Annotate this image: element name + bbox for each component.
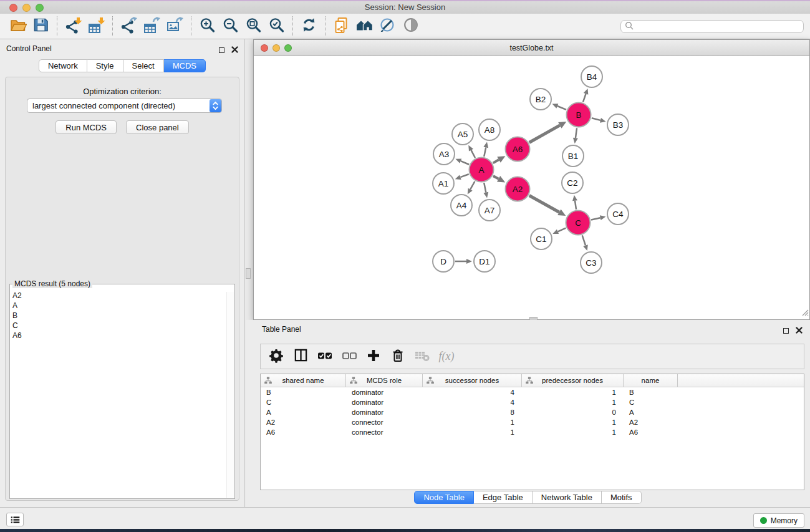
graph-node-D1[interactable]: D1 (474, 251, 495, 272)
cell-shared-name[interactable]: A2 (261, 418, 346, 426)
table-close-panel-icon[interactable] (796, 325, 803, 336)
cell-successor-nodes[interactable]: 4 (423, 389, 522, 396)
memory-button[interactable]: Memory (753, 513, 804, 528)
run-mcds-button[interactable]: Run MCDS (55, 120, 117, 134)
export-network-button[interactable] (117, 16, 140, 37)
tab-style[interactable]: Style (87, 59, 123, 72)
network-doc-button[interactable] (330, 16, 353, 37)
cell-name[interactable]: A2 (624, 418, 678, 426)
gear-button[interactable] (266, 347, 287, 367)
graph-node-A1[interactable]: A1 (433, 173, 454, 194)
export-table-button[interactable] (140, 16, 163, 37)
delete-button[interactable] (387, 347, 408, 367)
resize-grip-icon[interactable] (801, 307, 809, 319)
table-tab-network-table[interactable]: Network Table (533, 491, 602, 504)
task-history-button[interactable] (6, 513, 24, 526)
graph-node-A7[interactable]: A7 (479, 200, 500, 221)
mcds-result-item[interactable]: C (12, 321, 234, 331)
zoom-in-button[interactable] (196, 16, 219, 37)
graph-edge-B-B3[interactable] (592, 118, 606, 123)
cell-MCDS-role[interactable]: dominator (346, 409, 423, 416)
panel-splitter-handle[interactable] (246, 268, 251, 279)
graph-node-A8[interactable]: A8 (479, 119, 500, 140)
graph-node-B[interactable]: B (567, 103, 591, 127)
cell-shared-name[interactable]: C (261, 399, 346, 406)
graph-node-B1[interactable]: B1 (562, 145, 584, 167)
optimization-criterion-select[interactable]: largest connected component (directed) (27, 99, 222, 113)
column-header-predecessor-nodes[interactable]: predecessor nodes (522, 374, 624, 387)
open-folder-button[interactable] (6, 16, 29, 37)
table-row[interactable]: A2connector11A2 (261, 417, 804, 427)
mcds-result-item[interactable]: A (12, 301, 234, 311)
cell-MCDS-role[interactable]: dominator (346, 389, 423, 396)
zoom-fit-button[interactable] (242, 16, 265, 37)
fx-button[interactable]: f(x) (436, 347, 457, 367)
graph-edge-A-A8[interactable] (483, 142, 488, 157)
select-all-button[interactable] (314, 347, 335, 367)
mcds-result-item[interactable]: A2 (12, 291, 234, 301)
graph-node-A3[interactable]: A3 (433, 143, 455, 165)
import-table-button[interactable] (85, 16, 108, 37)
graph-edge-A-A1[interactable] (455, 174, 469, 180)
zoom-window-button[interactable] (36, 4, 44, 12)
column-header-name[interactable]: name (624, 374, 678, 387)
table-row[interactable]: Bdominator41B (261, 387, 804, 397)
graph-edge-B-B2[interactable] (552, 104, 567, 110)
export-image-button[interactable] (163, 16, 186, 37)
deselect-all-button[interactable] (339, 347, 360, 367)
graph-edge-C-C1[interactable] (552, 228, 566, 234)
network-minimize-button[interactable] (272, 44, 280, 52)
home-network-button[interactable] (353, 16, 376, 37)
mcds-result-item[interactable]: A6 (12, 331, 234, 341)
graph-edge-A2-C[interactable] (529, 195, 566, 216)
graph-node-B3[interactable]: B3 (607, 114, 629, 135)
cell-name[interactable]: C (624, 399, 678, 406)
graph-node-C1[interactable]: C1 (531, 228, 552, 249)
graph-node-B2[interactable]: B2 (530, 89, 551, 110)
import-network-button[interactable] (62, 16, 85, 37)
tab-mcds[interactable]: MCDS (164, 59, 206, 72)
graph-node-B4[interactable]: B4 (581, 66, 602, 87)
graph-node-C2[interactable]: C2 (562, 172, 583, 193)
graph-edge-C-C3[interactable] (582, 235, 588, 251)
close-panel-button[interactable]: Close panel (126, 120, 189, 134)
mcds-result-item[interactable]: B (12, 311, 234, 321)
network-window-titlebar[interactable]: testGlobe.txt (254, 40, 809, 56)
table-row[interactable]: Adominator80A (261, 407, 804, 417)
graph-node-C4[interactable]: C4 (607, 203, 629, 225)
cell-successor-nodes[interactable]: 1 (423, 418, 522, 426)
column-header-shared-name[interactable]: shared name (261, 374, 346, 387)
cell-name[interactable]: A (624, 409, 678, 416)
search-field[interactable] (620, 20, 804, 33)
graph-node-A4[interactable]: A4 (451, 195, 472, 216)
minimize-window-button[interactable] (22, 4, 31, 12)
graph-node-A5[interactable]: A5 (452, 123, 473, 145)
graph-node-A2[interactable]: A2 (506, 177, 530, 201)
refresh-button[interactable] (297, 16, 321, 37)
cell-predecessor-nodes[interactable]: 1 (522, 389, 624, 396)
graph-node-C3[interactable]: C3 (581, 252, 602, 273)
cell-shared-name[interactable]: B (261, 389, 346, 396)
column-header-successor-nodes[interactable]: successor nodes (423, 374, 522, 387)
cell-successor-nodes[interactable]: 1 (423, 428, 522, 436)
cell-predecessor-nodes[interactable]: 1 (522, 399, 624, 406)
graph-edge-A-A2[interactable] (493, 176, 505, 183)
cell-predecessor-nodes[interactable]: 1 (522, 428, 624, 436)
cell-MCDS-role[interactable]: connector (346, 418, 423, 426)
graph-edge-D-D1[interactable] (455, 259, 472, 264)
cell-shared-name[interactable]: A6 (261, 428, 346, 436)
search-input[interactable] (634, 22, 799, 31)
tab-select[interactable]: Select (123, 59, 164, 72)
graph-node-A[interactable]: A (470, 158, 494, 182)
close-window-button[interactable] (9, 4, 17, 12)
cell-successor-nodes[interactable]: 8 (423, 409, 522, 416)
result-scrollbar[interactable] (226, 292, 234, 498)
graph-edge-B-B1[interactable] (573, 128, 578, 143)
cell-name[interactable]: B (624, 389, 678, 396)
columns-button[interactable] (290, 347, 311, 367)
zoom-selected-button[interactable] (265, 16, 288, 37)
graph-node-D[interactable]: D (433, 251, 454, 272)
save-button[interactable] (29, 16, 52, 37)
cell-MCDS-role[interactable]: connector (346, 428, 423, 436)
graph-edge-A-A4[interactable] (468, 181, 475, 195)
